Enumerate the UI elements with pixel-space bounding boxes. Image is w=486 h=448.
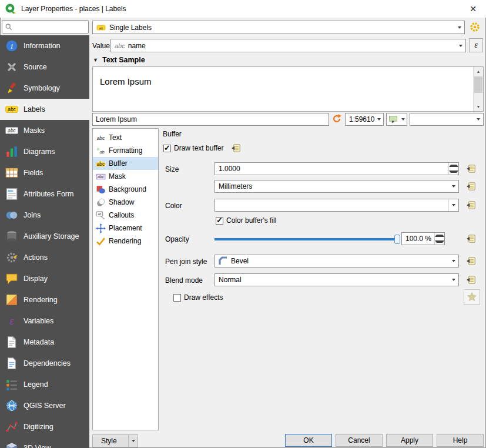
- sidebar-item-qgis-server[interactable]: QGIS Server: [0, 395, 89, 416]
- tab-placement[interactable]: Placement: [93, 222, 158, 235]
- tab-background[interactable]: Background: [93, 183, 158, 196]
- scale-picker-map-icon: [388, 115, 398, 124]
- dd-override-draw-buffer-button[interactable]: [229, 141, 244, 156]
- sidebar-item-diagrams[interactable]: Diagrams: [0, 141, 89, 162]
- value-field-combo[interactable]: abc name: [110, 39, 466, 52]
- value-label: Value: [92, 42, 110, 50]
- apply-button[interactable]: Apply: [386, 434, 433, 447]
- sidebar-item-variables[interactable]: εVariables: [0, 310, 89, 332]
- label-mode-value: Single Labels: [109, 24, 152, 32]
- sidebar-item-labels[interactable]: abcLabels: [0, 99, 89, 120]
- close-button[interactable]: ✕: [460, 0, 486, 18]
- layer-properties-dialog: Layer Properties - places | Labels ✕ iIn…: [0, 0, 486, 448]
- tab-text[interactable]: abcText: [93, 131, 158, 144]
- effects-config-button[interactable]: [464, 289, 480, 305]
- color-dropdown-arrow[interactable]: [448, 199, 458, 211]
- draw-effects-label: Draw effects: [184, 293, 223, 302]
- auxiliary-storage-icon: [5, 230, 18, 243]
- sidebar-item-symbology[interactable]: Symbology: [0, 78, 89, 99]
- ok-button[interactable]: OK: [285, 434, 332, 447]
- reset-sample-button[interactable]: [330, 112, 344, 126]
- sidebar-item-rendering[interactable]: Rendering: [0, 289, 89, 310]
- opacity-slider-handle[interactable]: [394, 235, 400, 244]
- sidebar-item-legend[interactable]: Legend: [0, 374, 89, 395]
- text-sample-title: Text Sample: [102, 56, 145, 64]
- preview-scale-combo[interactable]: 1:59610: [345, 113, 384, 126]
- scroll-down-icon[interactable]: ▼: [474, 102, 483, 111]
- opacity-spin-buttons[interactable]: [434, 233, 444, 245]
- scale-picker-button[interactable]: [386, 113, 407, 126]
- buffer-panel-title: Buffer: [163, 130, 182, 138]
- pen-join-style-combo[interactable]: Bevel: [214, 255, 459, 268]
- sidebar-item-actions[interactable]: Actions: [0, 247, 89, 268]
- style-button[interactable]: Style: [92, 434, 138, 447]
- text-sample-section-header[interactable]: ▼ Text Sample: [93, 56, 145, 64]
- sidebar-item-masks[interactable]: abcMasks: [0, 120, 89, 141]
- sidebar-item-label: Fields: [24, 169, 43, 177]
- dd-override-pen-join-button[interactable]: [464, 253, 479, 269]
- sample-text-input[interactable]: [92, 113, 329, 126]
- search-box[interactable]: [2, 20, 89, 34]
- draw-text-buffer-checkbox-box[interactable]: [163, 145, 171, 152]
- color-buffer-fill-label: Color buffer's fill: [226, 216, 276, 225]
- sidebar-item-3d-view[interactable]: 3D View: [0, 437, 89, 448]
- tab-buffer[interactable]: abcBuffer: [93, 157, 158, 170]
- sidebar-item-source[interactable]: Source: [0, 56, 89, 78]
- draw-effects-checkbox[interactable]: Draw effects: [173, 293, 223, 302]
- tab-shadow[interactable]: Shadow: [93, 196, 158, 209]
- help-button[interactable]: Help: [437, 434, 484, 447]
- dd-override-size-button[interactable]: [464, 161, 479, 176]
- buffer-size-input[interactable]: 1.0000: [214, 162, 459, 175]
- symbology-icon: [5, 82, 18, 95]
- blend-mode-combo[interactable]: Normal: [214, 273, 459, 286]
- svg-text:abc: abc: [8, 107, 16, 112]
- sidebar-item-fields[interactable]: Fields: [0, 162, 89, 183]
- sidebar-item-label: Information: [24, 42, 61, 50]
- tab-callouts[interactable]: abCallouts: [93, 209, 158, 222]
- dd-override-opacity-button[interactable]: [464, 231, 479, 246]
- sidebar-item-joins[interactable]: Joins: [0, 205, 89, 226]
- auto-placement-settings-button[interactable]: [467, 19, 483, 35]
- label-mode-combo[interactable]: ab Single Labels: [92, 21, 465, 34]
- color-buffer-fill-checkbox[interactable]: Color buffer's fill: [216, 216, 276, 225]
- opacity-value-input[interactable]: 100.0 %: [401, 232, 445, 245]
- sidebar-item-metadata[interactable]: Metadata: [0, 332, 89, 353]
- digitizing-icon: [5, 420, 18, 433]
- dd-override-color-button[interactable]: [464, 198, 479, 213]
- search-input[interactable]: [15, 23, 86, 31]
- tab-formatting[interactable]: +abFormatting: [93, 144, 158, 157]
- draw-effects-checkbox-box[interactable]: [173, 294, 181, 302]
- tab-mask[interactable]: abcMask: [93, 170, 158, 183]
- scrollbar-thumb[interactable]: [474, 76, 482, 93]
- sidebar-item-auxiliary-storage[interactable]: Auxiliary Storage: [0, 226, 89, 247]
- reset-icon: [331, 113, 342, 124]
- sidebar-item-dependencies[interactable]: Dependencies: [0, 353, 89, 374]
- sidebar-item-attributes-form[interactable]: Attributes Form: [0, 183, 89, 205]
- data-defined-override-icon: [231, 143, 242, 153]
- sidebar-item-label: Symbology: [24, 84, 60, 92]
- sidebar-item-information[interactable]: iInformation: [0, 35, 89, 56]
- opacity-slider[interactable]: [214, 234, 397, 245]
- sidebar-item-display[interactable]: Display: [0, 268, 89, 289]
- sidebar-item-digitizing[interactable]: Digitizing: [0, 416, 89, 437]
- sample-scrollbar[interactable]: ▲ ▼: [473, 67, 483, 111]
- slider-fill: [214, 238, 397, 240]
- style-button-label: Style: [101, 437, 117, 445]
- style-dropdown-arrow[interactable]: [128, 435, 138, 447]
- cancel-button[interactable]: Cancel: [336, 434, 383, 447]
- data-defined-override-icon: [466, 181, 477, 192]
- dd-override-units-button[interactable]: [464, 179, 479, 194]
- tab-label: Placement: [109, 224, 142, 232]
- buffer-size-spin-buttons[interactable]: [448, 163, 458, 175]
- masks-icon: abc: [5, 124, 18, 137]
- text-tab-icon: abc: [96, 133, 106, 143]
- draw-text-buffer-checkbox[interactable]: Draw text buffer: [163, 144, 223, 152]
- scroll-up-icon[interactable]: ▲: [474, 67, 483, 76]
- buffer-units-combo[interactable]: Millimeters: [214, 180, 459, 193]
- dd-override-blend-mode-button[interactable]: [464, 272, 479, 287]
- tab-rendering[interactable]: Rendering: [93, 235, 158, 248]
- preview-background-combo[interactable]: [410, 113, 484, 126]
- buffer-color-button[interactable]: [214, 199, 459, 212]
- color-buffer-fill-checkbox-box[interactable]: [216, 217, 223, 225]
- expression-builder-button[interactable]: ε: [469, 38, 483, 52]
